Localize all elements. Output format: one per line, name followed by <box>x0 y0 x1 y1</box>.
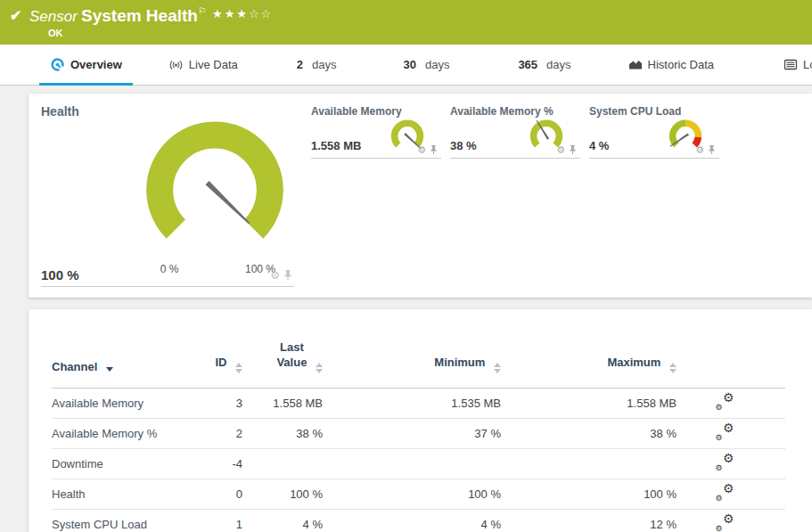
area-chart-icon <box>628 58 643 71</box>
last-value-cell: 100 % <box>257 479 337 510</box>
column-header-channel[interactable]: Channel <box>52 309 212 389</box>
gauge-icon <box>50 57 65 72</box>
health-gauge-widget: Health 0 % 100 % 100 % ⚙ <box>41 104 294 287</box>
object-kind-label: Sensor <box>29 8 78 26</box>
available-memory-gauge-widget: Available Memory 1.558 MB ⚙ <box>311 105 441 159</box>
table-row: Health 0 100 % 100 % 100 % ⚙⚙ <box>52 479 785 510</box>
flag-icon[interactable]: ⚐ <box>198 5 207 17</box>
column-header-id-label: ID <box>215 356 226 369</box>
sensor-status-badge: OK <box>48 28 63 38</box>
channel-table-panel: Channel ID Last Value Minimum <box>29 309 812 532</box>
priority-stars[interactable]: ★★★☆☆ <box>212 7 273 20</box>
maximum-cell <box>515 449 691 479</box>
column-header-minimum-label: Minimum <box>434 356 485 369</box>
column-header-last-label: Last <box>280 340 304 354</box>
tab-365-days-number: 365 <box>518 58 537 71</box>
maximum-cell: 38 % <box>515 419 691 449</box>
tab-30-days-label: days <box>425 58 449 71</box>
table-row: System CPU Load 1 4 % 4 % 12 % ⚙⚙ <box>52 510 785 532</box>
stars-empty: ☆☆ <box>249 7 273 20</box>
column-header-maximum[interactable]: Maximum <box>515 309 691 389</box>
available-memory-pct-gauge-widget: Available Memory % 38 % ⚙ <box>450 105 580 159</box>
gauge-settings-gear-icon[interactable]: ⚙ <box>270 270 280 281</box>
gauges-panel: Health 0 % 100 % 100 % ⚙ Available Memor… <box>29 94 812 298</box>
channel-name-cell: System CPU Load <box>52 510 212 532</box>
prtg-sensor-page: ✔ Sensor System Health ⚐ ★★★☆☆ OK Overvi… <box>0 0 812 532</box>
minimum-cell <box>337 449 515 479</box>
health-gauge-value: 100 % <box>41 267 79 282</box>
edit-channel-gears-icon[interactable]: ⚙⚙ <box>716 516 734 531</box>
tab-log[interactable]: Log <box>773 45 812 85</box>
last-value-cell: 4 % <box>257 510 337 532</box>
edit-channel-gears-icon[interactable]: ⚙⚙ <box>716 486 734 501</box>
available-memory-title: Available Memory <box>311 105 441 118</box>
maximum-cell: 12 % <box>515 510 691 532</box>
pin-icon[interactable] <box>283 269 292 281</box>
available-memory-pct-value: 38 % <box>450 139 477 152</box>
last-value-cell: 1.558 MB <box>257 389 337 419</box>
channel-id-cell: 3 <box>212 389 257 419</box>
sort-icon <box>494 363 501 373</box>
minimum-cell: 37 % <box>337 419 515 449</box>
channel-table: Channel ID Last Value Minimum <box>52 309 785 532</box>
available-memory-value: 1.558 MB <box>311 139 361 152</box>
column-header-id[interactable]: ID <box>212 309 257 389</box>
channel-id-cell: 1 <box>212 510 257 532</box>
gauge-settings-gear-icon[interactable]: ⚙ <box>556 145 565 155</box>
channel-name-cell: Downtime <box>52 449 212 479</box>
sort-desc-icon <box>106 367 113 372</box>
channel-id-cell: 2 <box>212 419 257 449</box>
edit-channel-gears-icon[interactable]: ⚙⚙ <box>716 455 734 471</box>
available-memory-pct-title: Available Memory % <box>450 105 580 118</box>
tab-2-days-number: 2 <box>297 58 303 71</box>
table-row: Available Memory 3 1.558 MB 1.535 MB 1.5… <box>52 389 785 419</box>
pin-icon[interactable] <box>569 144 577 155</box>
minimum-cell: 1.535 MB <box>337 389 515 419</box>
log-icon <box>783 58 798 71</box>
minimum-cell: 4 % <box>337 510 515 532</box>
column-header-last-value[interactable]: Last Value <box>257 309 337 389</box>
tab-live-data-label: Live Data <box>189 58 238 71</box>
column-header-value-label: Value <box>276 356 307 369</box>
minimum-cell: 100 % <box>337 479 515 510</box>
channel-id-cell: -4 <box>212 449 257 479</box>
sort-icon <box>235 363 242 373</box>
maximum-cell: 1.558 MB <box>515 389 691 419</box>
last-value-cell <box>257 449 337 479</box>
sort-icon <box>669 363 677 373</box>
tab-log-label: Log <box>803 58 812 71</box>
channel-name-cell: Available Memory <box>52 389 212 419</box>
column-header-minimum[interactable]: Minimum <box>337 309 515 389</box>
gauge-settings-gear-icon[interactable]: ⚙ <box>695 145 704 155</box>
tab-365-days[interactable]: 365 days <box>507 45 581 85</box>
tab-bar: Overview Live Data 2 days 30 days 365 da… <box>0 45 812 86</box>
tab-30-days[interactable]: 30 days <box>392 45 460 85</box>
system-cpu-load-gauge-widget: System CPU Load 4 % ⚙ <box>589 105 719 159</box>
tab-live-data[interactable]: Live Data <box>158 45 249 85</box>
tab-2-days[interactable]: 2 days <box>286 45 348 85</box>
column-header-channel-label: Channel <box>52 360 97 373</box>
channel-name-cell: Health <box>52 479 212 510</box>
tab-30-days-number: 30 <box>403 58 415 71</box>
tab-overview-label: Overview <box>70 58 122 71</box>
tab-historic-data-label: Historic Data <box>648 58 714 71</box>
sensor-header: ✔ Sensor System Health ⚐ ★★★☆☆ OK <box>0 0 812 45</box>
tab-overview[interactable]: Overview <box>39 45 133 85</box>
tab-historic-data[interactable]: Historic Data <box>618 45 725 85</box>
gauge-settings-gear-icon[interactable]: ⚙ <box>417 145 426 155</box>
channel-name-cell: Available Memory % <box>52 419 212 449</box>
health-gauge <box>134 113 296 256</box>
system-cpu-load-value: 4 % <box>589 139 609 152</box>
edit-channel-gears-icon[interactable]: ⚙⚙ <box>716 425 734 440</box>
health-gauge-scale-min: 0 % <box>150 263 189 275</box>
sensor-title: System Health <box>81 6 198 26</box>
table-row: Downtime -4 ⚙⚙ <box>52 449 785 479</box>
maximum-cell: 100 % <box>515 479 691 510</box>
broadcast-icon <box>168 58 184 72</box>
pin-icon[interactable] <box>708 144 716 155</box>
sort-icon <box>316 363 323 373</box>
edit-channel-gears-icon[interactable]: ⚙⚙ <box>716 395 734 410</box>
channel-id-cell: 0 <box>212 479 257 510</box>
pin-icon[interactable] <box>430 144 438 155</box>
column-header-maximum-label: Maximum <box>607 356 660 369</box>
